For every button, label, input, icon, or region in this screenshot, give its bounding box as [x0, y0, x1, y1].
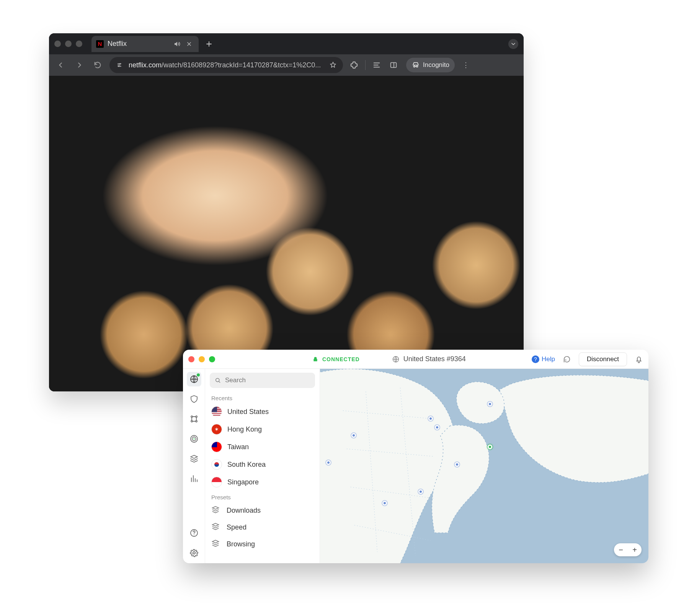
map-server-dot-connected[interactable] — [488, 445, 492, 449]
back-button[interactable] — [54, 59, 67, 72]
server-label: United States #9364 — [403, 355, 466, 363]
flag-icon — [211, 477, 222, 487]
layers-icon — [211, 522, 221, 532]
map-server-dot[interactable] — [326, 460, 331, 465]
country-name: South Korea — [227, 461, 266, 469]
macos-traffic-lights[interactable] — [188, 356, 215, 362]
sidepanel-icon[interactable] — [388, 59, 399, 71]
recent-item[interactable]: Taiwan — [205, 438, 320, 456]
chrome-menu-button[interactable]: ⋮ — [460, 61, 472, 69]
country-name: Singapore — [227, 478, 259, 486]
help-icon: ? — [532, 355, 539, 363]
vpn-body: Recents United StatesHong KongTaiwanSout… — [183, 369, 648, 563]
minimize-window-dot[interactable] — [65, 41, 72, 47]
svg-point-13 — [193, 552, 195, 554]
new-tab-button[interactable] — [204, 39, 214, 49]
rail-radar-icon[interactable] — [187, 432, 201, 446]
tab-overflow-button[interactable] — [508, 39, 518, 49]
maximize-window-dot[interactable] — [209, 356, 215, 362]
refresh-icon[interactable] — [563, 355, 571, 363]
rail-mesh-icon[interactable] — [187, 412, 201, 426]
help-link[interactable]: ? Help — [532, 355, 555, 363]
macos-traffic-lights[interactable] — [54, 41, 82, 47]
vpn-map[interactable]: − + — [320, 369, 648, 563]
close-window-dot[interactable] — [54, 41, 61, 47]
toolbar-separator — [365, 60, 366, 70]
disconnect-button[interactable]: Disconnect — [579, 352, 627, 366]
forward-button[interactable] — [73, 59, 86, 72]
tab-title: Netflix — [108, 40, 127, 48]
zoom-out-button[interactable]: − — [614, 543, 628, 556]
map-server-dot[interactable] — [488, 402, 492, 406]
search-box[interactable] — [210, 373, 315, 388]
site-settings-icon[interactable] — [115, 60, 124, 70]
search-input[interactable] — [225, 376, 310, 384]
minimize-window-dot[interactable] — [199, 356, 205, 362]
chrome-tab-strip: N Netflix — [49, 33, 524, 54]
svg-point-14 — [216, 378, 219, 382]
extensions-icon[interactable] — [348, 59, 360, 71]
flag-icon — [211, 424, 222, 435]
presets-header: Presets — [205, 491, 320, 502]
browser-tab-active[interactable]: N Netflix — [91, 36, 199, 52]
preset-name: Speed — [227, 523, 247, 531]
status-text: CONNECTED — [322, 356, 360, 362]
map-server-dot[interactable] — [455, 462, 459, 467]
preset-item[interactable]: Browsing — [205, 536, 320, 552]
vpn-titlebar: CONNECTED United States #9364 ? Help Dis… — [183, 350, 648, 369]
help-label: Help — [542, 355, 555, 363]
rail-stats-icon[interactable] — [187, 471, 201, 486]
mute-tab-icon[interactable] — [173, 40, 181, 48]
video-player[interactable] — [49, 76, 524, 391]
current-server[interactable]: United States #9364 — [392, 355, 466, 363]
map-server-dot[interactable] — [351, 433, 356, 438]
recent-item[interactable]: Hong Kong — [205, 420, 320, 438]
incognito-indicator[interactable]: Incognito — [406, 58, 455, 72]
preset-name: Browsing — [227, 540, 255, 548]
recent-item[interactable]: Singapore — [205, 473, 320, 491]
preset-name: Downloads — [227, 507, 261, 515]
chrome-toolbar: netflix.com/watch/81608928?trackId=14170… — [49, 54, 524, 76]
close-window-dot[interactable] — [188, 356, 194, 362]
recent-item[interactable]: United States — [205, 403, 320, 420]
rail-shield-icon[interactable] — [187, 392, 201, 406]
address-bar[interactable]: netflix.com/watch/81608928?trackId=14170… — [109, 57, 343, 73]
rail-presets-icon[interactable] — [187, 451, 201, 466]
country-name: Hong Kong — [227, 425, 262, 433]
flag-icon — [211, 442, 222, 452]
rail-support-icon[interactable] — [187, 526, 201, 540]
vpn-sidebar-rail — [183, 369, 205, 563]
layers-icon — [211, 539, 221, 549]
country-name: Taiwan — [227, 443, 249, 451]
notifications-icon[interactable] — [635, 355, 643, 363]
chrome-window: N Netflix netflix.com/watch/81608928?tra… — [49, 33, 524, 391]
url-text: netflix.com/watch/81608928?trackId=14170… — [129, 61, 324, 69]
zoom-in-button[interactable]: + — [628, 543, 642, 556]
connection-status: CONNECTED — [312, 356, 360, 362]
map-zoom-control: − + — [614, 543, 642, 556]
preset-item[interactable]: Speed — [205, 519, 320, 536]
svg-point-11 — [193, 438, 194, 440]
rail-settings-icon[interactable] — [187, 546, 201, 560]
flag-icon — [211, 459, 222, 470]
rail-countries-icon[interactable] — [187, 372, 201, 386]
vpn-app-window: CONNECTED United States #9364 ? Help Dis… — [183, 350, 648, 563]
recents-header: Recents — [205, 392, 320, 403]
bookmark-star-icon[interactable] — [328, 60, 338, 70]
active-dot-icon — [197, 373, 200, 376]
recent-item[interactable]: South Korea — [205, 456, 320, 473]
close-tab-icon[interactable] — [185, 40, 193, 48]
layers-icon — [211, 505, 221, 515]
reload-button[interactable] — [91, 59, 104, 72]
reading-list-icon[interactable] — [371, 59, 382, 71]
country-name: United States — [227, 408, 269, 416]
incognito-label: Incognito — [423, 61, 449, 69]
netflix-favicon: N — [96, 40, 104, 48]
maximize-window-dot[interactable] — [76, 41, 82, 47]
video-frame-image — [49, 76, 524, 391]
svg-point-1 — [118, 66, 119, 67]
vpn-location-list: Recents United StatesHong KongTaiwanSout… — [205, 369, 320, 563]
svg-point-0 — [119, 63, 121, 64]
preset-item[interactable]: Downloads — [205, 502, 320, 519]
flag-icon — [211, 406, 222, 417]
